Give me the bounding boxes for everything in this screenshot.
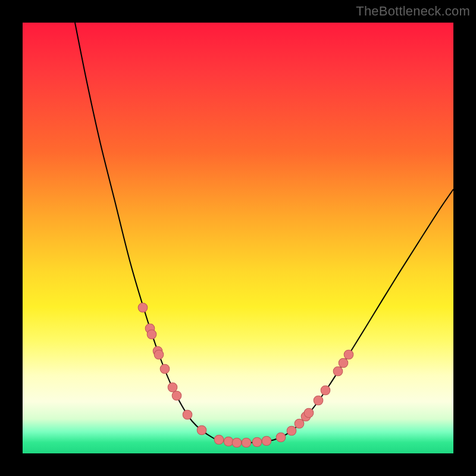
data-point: [224, 437, 233, 446]
watermark-text: TheBottleneck.com: [356, 4, 470, 19]
data-point: [262, 436, 271, 446]
data-point: [154, 350, 164, 359]
data-point: [295, 419, 304, 428]
data-point: [242, 438, 251, 447]
chart-overlay: [23, 23, 453, 453]
data-point: [160, 364, 170, 374]
plot-area: [23, 23, 453, 453]
data-point: [276, 433, 286, 442]
data-point: [321, 386, 330, 395]
data-points: [138, 303, 353, 447]
data-point: [287, 426, 296, 436]
data-point: [314, 396, 323, 405]
data-point: [252, 437, 262, 447]
data-point: [333, 367, 343, 376]
data-point: [138, 303, 148, 312]
data-point: [232, 438, 242, 447]
data-point: [197, 425, 206, 435]
bottleneck-curve: [75, 23, 453, 443]
chart-frame: TheBottleneck.com: [0, 0, 476, 476]
data-point: [214, 435, 224, 444]
data-point: [339, 358, 348, 368]
data-point: [304, 408, 314, 418]
data-point: [344, 350, 353, 359]
data-point: [168, 383, 177, 392]
data-point: [183, 410, 192, 419]
data-point: [147, 330, 156, 339]
data-point: [172, 391, 181, 400]
